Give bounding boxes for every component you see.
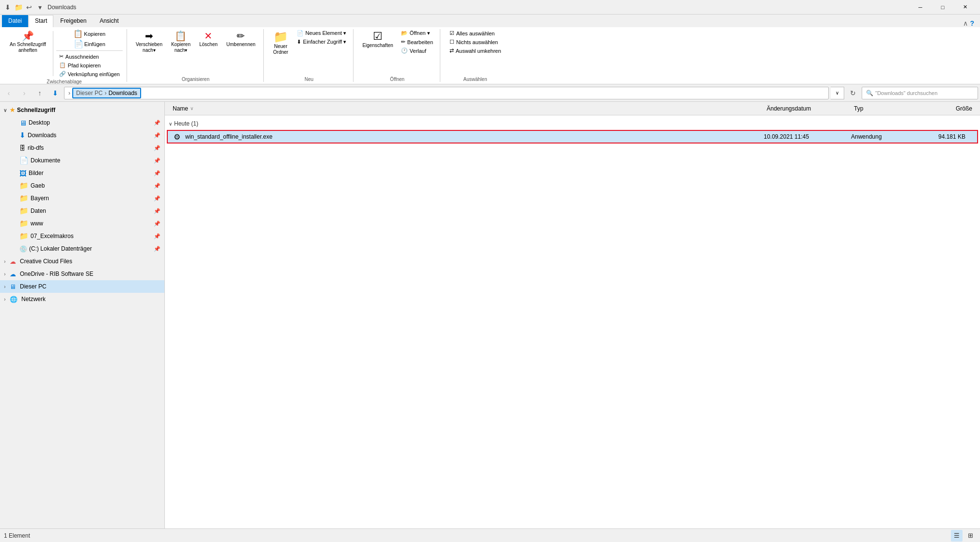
breadcrumb-highlight[interactable]: Dieser PC › Downloads bbox=[72, 88, 141, 98]
umbenennen-button[interactable]: ✏ Umbenennen bbox=[223, 29, 259, 49]
einfacher-zugriff-button[interactable]: ⬇ Einfacher Zugriff ▾ bbox=[294, 38, 350, 46]
anheften-label: An Schnellzugriffanheften bbox=[10, 42, 46, 53]
sidebar-item-dieser-pc[interactable]: › 🖥 Dieser PC bbox=[0, 280, 164, 293]
sidebar-item-daten[interactable]: 📁 Daten 📌 bbox=[0, 205, 164, 217]
netzwerk-label: Netzwerk bbox=[21, 296, 46, 303]
nichts-auswaehlen-button[interactable]: ☐ Nichts auswählen bbox=[447, 38, 504, 46]
schnellzugriff-label: Schnellzugriff bbox=[17, 107, 55, 113]
separator bbox=[53, 31, 53, 76]
verschieben-button[interactable]: ➡ Verschiebennach▾ bbox=[132, 29, 166, 55]
neu-col: 📄 Neues Element ▾ ⬇ Einfacher Zugriff ▾ bbox=[294, 29, 350, 46]
kopieren-nach-button[interactable]: 📋 Kopierennach▾ bbox=[167, 29, 194, 55]
sidebar-item-desktop[interactable]: 🖥 Desktop 📌 bbox=[0, 116, 164, 129]
dieser-pc-label: Dieser PC bbox=[76, 90, 103, 96]
link-icon: 🔗 bbox=[59, 71, 66, 77]
refresh-button[interactable]: ↻ bbox=[846, 86, 860, 100]
history-icon: 🕐 bbox=[401, 48, 408, 54]
pfad-kopieren-button[interactable]: 📋 Pfad kopieren bbox=[56, 61, 123, 69]
help-button[interactable]: ? bbox=[970, 19, 974, 27]
ribbon-group-oeffnen: ☑ Eigenschaften 📂 Öffnen ▾ ✏ Bearbeiten … bbox=[354, 29, 440, 82]
close-button[interactable]: ✕ bbox=[954, 0, 976, 15]
tab-freigeben[interactable]: Freigeben bbox=[54, 15, 93, 27]
tab-datei[interactable]: Datei bbox=[2, 15, 28, 27]
creative-cloud-label: Creative Cloud Files bbox=[20, 258, 72, 265]
download-nav-icon: ⬇ bbox=[48, 86, 62, 100]
auswaehlen-col: ☑ Alles auswählen ☐ Nichts auswählen ⇄ A… bbox=[447, 29, 504, 55]
anheften-button[interactable]: 📌 An Schnellzugriffanheften bbox=[6, 29, 50, 55]
sidebar-item-ribdfs[interactable]: 🗄 rib-dfs 📌 bbox=[0, 142, 164, 154]
pin-bilder: 📌 bbox=[154, 170, 161, 176]
invert-icon: ⇄ bbox=[450, 48, 454, 54]
col-name-header[interactable]: Name ∨ bbox=[169, 105, 763, 112]
sidebar-item-dokumente[interactable]: 📄 Dokumente 📌 bbox=[0, 154, 164, 167]
sidebar-item-downloads[interactable]: ⬇ Downloads 📌 bbox=[0, 129, 164, 142]
col-type-header[interactable]: Typ bbox=[850, 105, 918, 112]
sidebar-item-gaeb[interactable]: 📁 Gaeb 📌 bbox=[0, 179, 164, 192]
neues-element-button[interactable]: 📄 Neues Element ▾ bbox=[294, 29, 350, 37]
minimize-button[interactable]: ─ bbox=[909, 0, 932, 15]
edit-icon: ✏ bbox=[401, 39, 405, 45]
copy-to-icon: 📋 bbox=[175, 31, 187, 41]
verknuepfung-button[interactable]: 🔗 Verknüpfung einfügen bbox=[56, 70, 123, 78]
verlauf-btn[interactable]: 🕐 Verlauf bbox=[398, 47, 436, 55]
sidebar-item-www[interactable]: 📁 www 📌 bbox=[0, 217, 164, 230]
sidebar-item-netzwerk[interactable]: › 🌐 Netzwerk bbox=[0, 293, 164, 305]
forward-button[interactable]: › bbox=[17, 86, 31, 100]
undo-icon[interactable]: ↩ bbox=[25, 3, 33, 11]
folder-icon[interactable]: 📁 bbox=[15, 3, 22, 11]
addressbar-row: ‹ › ↑ ⬇ › Dieser PC › Downloads ∨ ↻ 🔍 "D… bbox=[0, 84, 980, 102]
pin-desktop: 📌 bbox=[154, 120, 161, 126]
einfuegen-button[interactable]: 📄 Einfügen bbox=[56, 39, 123, 49]
neuer-ordner-button[interactable]: 📁 NeuerOrdner bbox=[269, 29, 293, 57]
eigenschaften-button[interactable]: ☑ Eigenschaften bbox=[358, 29, 397, 50]
schnellzugriff-header[interactable]: ∨ ★ Schnellzugriff bbox=[0, 104, 164, 116]
bearbeiten-btn[interactable]: ✏ Bearbeiten bbox=[398, 38, 436, 46]
creative-cloud-icon: ☁ bbox=[10, 258, 16, 265]
sidebar-item-excelmakros[interactable]: 📁 07_Excelmakros 📌 bbox=[0, 230, 164, 242]
up-button[interactable]: ↑ bbox=[33, 86, 47, 100]
loeschen-button[interactable]: ✕ Löschen bbox=[195, 29, 222, 49]
ribbon-group-content-org: ➡ Verschiebennach▾ 📋 Kopierennach▾ ✕ Lös… bbox=[132, 29, 259, 76]
view-large-button[interactable]: ⊞ bbox=[964, 530, 976, 542]
maximize-button[interactable]: □ bbox=[932, 0, 954, 15]
table-row[interactable]: ⚙ win_standard_offline_installer.exe 10.… bbox=[167, 130, 978, 143]
pin-ribdfs: 📌 bbox=[154, 145, 161, 151]
tab-ansicht[interactable]: Ansicht bbox=[93, 15, 125, 27]
onedrive-label: OneDrive - RIB Software SE bbox=[20, 271, 93, 277]
sidebar-item-creative-cloud[interactable]: › ☁ Creative Cloud Files bbox=[0, 255, 164, 268]
ribbon-collapse-btn[interactable]: ∧ bbox=[963, 19, 968, 27]
quick-access-arrow[interactable]: ▾ bbox=[36, 3, 44, 11]
drive-icon: 💿 bbox=[19, 245, 27, 253]
kopieren-nach-label: Kopierennach▾ bbox=[171, 42, 191, 53]
col-date-header[interactable]: Änderungsdatum bbox=[763, 105, 850, 112]
save-icon[interactable]: ⬇ bbox=[4, 3, 12, 11]
view-details-button[interactable]: ☰ bbox=[951, 530, 963, 542]
ribbon-group-content-neu: 📁 NeuerOrdner 📄 Neues Element ▾ ⬇ Einfac… bbox=[269, 29, 350, 76]
address-bar[interactable]: › Dieser PC › Downloads bbox=[64, 87, 829, 99]
address-dropdown[interactable]: ∨ bbox=[831, 87, 844, 99]
netzwerk-icon: 🌐 bbox=[10, 296, 17, 303]
sidebar-item-lokaler-datentraeger[interactable]: 💿 (C:) Lokaler Datenträger 📌 bbox=[0, 242, 164, 255]
ausschneiden-button[interactable]: ✂ Ausschneiden bbox=[56, 52, 123, 61]
nichts-label: Nichts auswählen bbox=[456, 39, 498, 45]
sidebar-item-bilder[interactable]: 🖼 Bilder 📌 bbox=[0, 167, 164, 179]
organisieren-label: Organisieren bbox=[182, 77, 209, 82]
kopieren-button[interactable]: 📋 Kopieren bbox=[56, 29, 123, 39]
search-placeholder: "Downloads" durchsuchen bbox=[875, 90, 937, 96]
verlauf-label: Verlauf bbox=[410, 48, 426, 54]
sidebar-item-bayern[interactable]: 📁 Bayern 📌 bbox=[0, 192, 164, 205]
collapse-chevron[interactable]: ∨ bbox=[831, 87, 844, 99]
oeffnen-btn[interactable]: 📂 Öffnen ▾ bbox=[398, 29, 436, 37]
oeffnen-label: Öffnen bbox=[390, 77, 404, 82]
group-chevron: ∨ bbox=[169, 121, 172, 127]
pin-drive: 📌 bbox=[154, 246, 161, 252]
search-bar[interactable]: 🔍 "Downloads" durchsuchen bbox=[862, 87, 978, 99]
col-size-header[interactable]: Größe bbox=[918, 105, 976, 112]
tab-start[interactable]: Start bbox=[29, 15, 53, 27]
sidebar-item-onedrive[interactable]: › ☁ OneDrive - RIB Software SE bbox=[0, 268, 164, 280]
neuer-ordner-label: NeuerOrdner bbox=[273, 44, 288, 55]
dieser-pc-label: Dieser PC bbox=[20, 283, 47, 290]
umkehren-button[interactable]: ⇄ Auswahl umkehren bbox=[447, 47, 504, 55]
alles-auswaehlen-button[interactable]: ☑ Alles auswählen bbox=[447, 29, 504, 37]
back-button[interactable]: ‹ bbox=[2, 86, 16, 100]
